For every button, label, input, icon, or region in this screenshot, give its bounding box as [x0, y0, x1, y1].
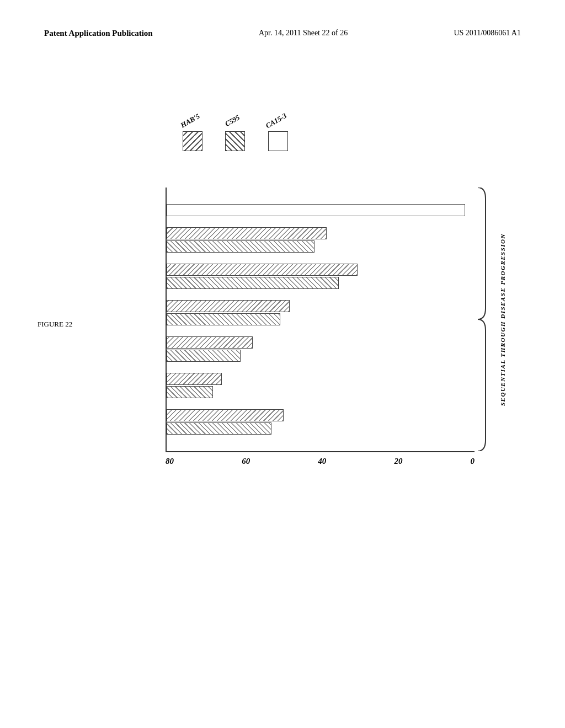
bar-group-5: [167, 336, 475, 362]
bar-6-2: [167, 386, 213, 398]
legend-label-ca15-3: CA15-3: [264, 111, 288, 130]
page-header: Patent Application Publication Apr. 14, …: [0, 28, 565, 39]
bar-group-1: [167, 204, 475, 216]
bar-group-6: [167, 373, 475, 398]
legend-box-ca15-3: [268, 131, 288, 151]
legend-item-ca15-3: CA15-3: [267, 116, 290, 151]
right-brace: [477, 188, 487, 451]
bar-4-1: [167, 300, 290, 312]
legend-item-c595: C595: [225, 116, 245, 151]
x-tick-40: 40: [318, 457, 326, 466]
header-publication-type: Patent Application Publication: [44, 28, 153, 39]
figure-label: FIGURE 22: [38, 320, 72, 329]
legend-box-c595: [225, 131, 245, 151]
chart-area: [166, 188, 475, 452]
bar-3-1: [167, 264, 358, 276]
legend-item-hab5: HAB'5: [182, 116, 203, 151]
bar-6-1: [167, 373, 222, 385]
x-tick-20: 20: [394, 457, 402, 466]
bar-group-2: [167, 227, 475, 253]
bar-group-4: [167, 300, 475, 325]
bar-5-1: [167, 336, 253, 349]
bar-2-2: [167, 240, 315, 253]
bar-group-7: [167, 409, 475, 435]
bar-4-2: [167, 313, 280, 325]
x-tick-80: 80: [166, 457, 174, 466]
bar-group-3: [167, 264, 475, 289]
legend-label-c595: C595: [223, 113, 241, 129]
bar-5-2: [167, 350, 241, 362]
bar-7-1: [167, 409, 284, 421]
legend-box-hab5: [183, 131, 202, 151]
header-patent-number: US 2011/0086061 A1: [454, 28, 521, 39]
bars-wrapper: [167, 188, 475, 451]
x-tick-60: 60: [242, 457, 250, 466]
bar-7-2: [167, 422, 271, 435]
chart-legend: HAB'5 C595 CA15-3: [182, 116, 290, 151]
bar-1-1: [167, 204, 465, 216]
x-axis: 80 60 40 20 0: [166, 452, 475, 480]
legend-label-hab5: HAB'5: [179, 112, 202, 130]
bar-2-1: [167, 227, 327, 239]
header-date-sheet: Apr. 14, 2011 Sheet 22 of 26: [259, 28, 348, 39]
bar-3-2: [167, 277, 339, 289]
y-axis-right-label: SEQUENTIAL THROUGH DISEASE PROGRESSION: [495, 188, 510, 452]
x-tick-0: 0: [471, 457, 475, 466]
y-axis-text: SEQUENTIAL THROUGH DISEASE PROGRESSION: [499, 233, 506, 406]
chart-container: SEQUENTIAL THROUGH DISEASE PROGRESSION 8…: [132, 188, 508, 480]
